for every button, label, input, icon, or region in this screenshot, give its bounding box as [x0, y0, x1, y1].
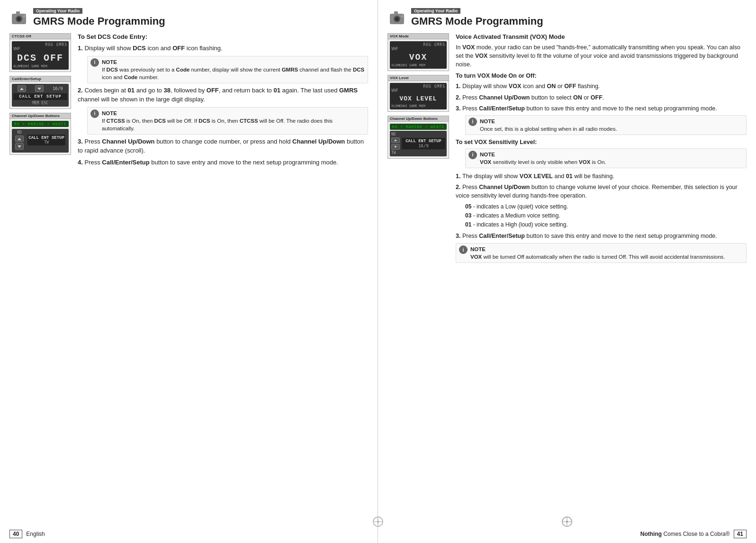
step-3: 3. Press Channel Up/Down button to chang… — [78, 137, 368, 155]
vox-step-2: 2. Press Channel Up/Down button to selec… — [456, 93, 747, 102]
right-note-2-block: i NOTE VOX sensitivity level is only vis… — [465, 148, 747, 168]
right-note-1-content: NOTE Once set, this is a global setting … — [480, 118, 617, 133]
left-page-num-box: 40 — [9, 530, 22, 538]
right-note-3-icon: i — [459, 245, 468, 254]
rdevice1-bottom: XLOMEDHI SAME MEM — [391, 63, 445, 67]
device1-bottom: ALOMEDHI SAME MEM — [13, 64, 67, 68]
step-2-num: 2. — [78, 87, 84, 94]
device-label-channel: Channel Up/Down Buttons — [10, 113, 71, 119]
device-channel-updown-right: Channel Up/Down Buttons RS + MARINE + WE… — [387, 116, 449, 159]
step-2: 2. Codes begin at 01 and go to 38, follo… — [78, 86, 368, 104]
svg-point-17 — [377, 521, 379, 523]
right-note-3-block: i NOTE VOX will be turned Off automatica… — [456, 243, 747, 263]
right-sub-title-1: To turn VOX Mode On or Off: — [456, 72, 747, 79]
note-1-content: NOTE If DCS was previously set to a Code… — [102, 58, 365, 81]
svg-point-13 — [566, 521, 568, 523]
right-sub-title-2: To set VOX Sensitivity Level: — [456, 139, 747, 145]
step-1-text: Display will show DCS icon and OFF icon … — [84, 45, 222, 52]
footer-right-text: Nothing Comes Close to a Cobra® — [640, 531, 730, 537]
step-3-num: 3. — [78, 138, 84, 145]
rdevice2-main: VOX LEVEL — [391, 93, 445, 104]
svg-point-9 — [401, 15, 403, 17]
vox-step-1: 1. Display will show VOX icon and ON or … — [456, 82, 747, 90]
right-device-images: VOX Mode ROG GMRS VHF VOX XLOMEDHI SAME … — [387, 33, 449, 267]
device-call-setup: Call/Enter/Setup 16/9 CALL E — [9, 76, 71, 109]
device-label-channel-right: Channel Up/Down Buttons — [388, 116, 449, 122]
step-2-text: Codes begin at 01 and go to 38, followed… — [78, 87, 358, 103]
device1-top: ROG GMRS — [13, 43, 67, 47]
rdevice2-top: ROG GMRS — [391, 84, 445, 89]
step-1-num: 1. — [78, 45, 84, 52]
left-footer: 40 English — [9, 530, 45, 538]
right-page-num-box: 41 — [734, 530, 747, 538]
note-1-block: i NOTE If DCS was previously set to a Co… — [87, 56, 368, 83]
left-step-title: To Set DCS Code Entry: — [78, 33, 368, 40]
right-note-1-icon: i — [468, 118, 477, 126]
svg-rect-8 — [394, 11, 398, 14]
left-content: CTCSS Off ROG GMRS VHF DCS OFF ALOMEDHI … — [9, 33, 368, 170]
device-label-vox-level: VOX Level — [388, 75, 449, 81]
device-vox-mode: VOX Mode ROG GMRS VHF VOX XLOMEDHI SAME … — [387, 33, 449, 71]
device-label-call: Call/Enter/Setup — [10, 76, 71, 82]
step-4-num: 4. — [78, 159, 84, 166]
right-note-1-block: i NOTE Once set, this is a global settin… — [465, 115, 747, 135]
rdevice1-sub: VHF — [391, 47, 445, 51]
device-vox-level: VOX Level ROG GMRS VHF VOX LEVEL XLOMEDH… — [387, 75, 449, 112]
right-header: Operating Your Radio GMRS Mode Programmi… — [387, 7, 747, 27]
sub-item-01: 01 - indicates a High (loud) voice setti… — [465, 220, 747, 229]
rdevice3-main: CALL ENT SETUP — [403, 139, 444, 144]
svg-point-7 — [395, 17, 399, 21]
rdevice2-sub: VHF — [391, 89, 445, 93]
note-1-icon: i — [90, 58, 99, 67]
step-4-text: Press Call/Enter/Setup button to save en… — [84, 159, 338, 166]
device-ctcss-off: CTCSS Off ROG GMRS VHF DCS OFF ALOMEDHI … — [9, 33, 71, 72]
step-1: 1. Display will show DCS icon and OFF ic… — [78, 44, 368, 53]
device2-bottom: MEM ESC — [13, 101, 67, 105]
left-header: Operating Your Radio GMRS Mode Programmi… — [9, 7, 368, 27]
device-label-ctcss: CTCSS Off — [10, 34, 71, 39]
compass-decoration — [561, 516, 573, 529]
note-2-block: i NOTE If CTCSS is On, then DCS will be … — [87, 107, 368, 135]
left-device-images: CTCSS Off ROG GMRS VHF DCS OFF ALOMEDHI … — [9, 33, 71, 170]
right-note-2-content: NOTE VOX sensitivity level is only visib… — [480, 151, 606, 166]
device-label-vox-mode: VOX Mode — [388, 34, 449, 39]
camera-icon-right — [387, 8, 406, 27]
rdevice1-top: ROG GMRS — [391, 43, 445, 47]
sens-step-2: 2. Press Channel Up/Down button to chang… — [456, 183, 747, 229]
step-3-text: Press Channel Up/Down button to change c… — [78, 138, 364, 154]
left-section-title: GMRS Mode Programming — [33, 15, 165, 27]
right-text-content: Voice Activated Transmit (VOX) Mode In V… — [456, 33, 747, 267]
device2-main: CALL ENT SETUP — [14, 94, 66, 99]
right-note-3-content: NOTE VOX will be turned Off automaticall… — [470, 245, 725, 261]
right-section-title: GMRS Mode Programming — [411, 15, 543, 27]
device1-main: DCS OFF — [13, 51, 67, 64]
step-4: 4. Press Call/Enter/Setup button to save… — [78, 158, 368, 167]
note-2-content: NOTE If CTCSS is On, then DCS will be Of… — [102, 109, 365, 132]
device3-channel: RS + MARINE + WEATI — [13, 122, 68, 126]
device-channel-updown: Channel Up/Down Buttons RS + MARINE + WE… — [9, 113, 71, 155]
sub-item-03: 03 - indicates a Medium voice setting. — [465, 211, 747, 220]
svg-rect-3 — [16, 11, 20, 14]
svg-point-4 — [23, 15, 25, 17]
left-lang: English — [26, 531, 45, 537]
svg-point-2 — [17, 17, 21, 21]
device2-num: 16/9 — [53, 86, 63, 91]
vox-step-3: 3. Press Call/Enter/Setup button to save… — [456, 104, 747, 113]
right-note-2-icon: i — [468, 151, 477, 159]
device1-sub: VHF — [13, 47, 67, 51]
sens-step-3: 3. Press Call/Enter/Setup button to save… — [456, 232, 747, 240]
right-main-title: Voice Activated Transmit (VOX) Mode — [456, 33, 747, 40]
left-text-content: To Set DCS Code Entry: 1. Display will s… — [78, 33, 368, 170]
rdevice1-main: VOX — [391, 51, 445, 63]
device3-main: CALL ENT SETUP — [28, 136, 64, 140]
bottom-compass — [372, 516, 384, 529]
sub-item-05: 05 - indicates a Low (quiet) voice setti… — [465, 202, 747, 211]
sens-step-1: 1. The display will show VOX LEVEL and 0… — [456, 172, 747, 181]
right-footer: Nothing Comes Close to a Cobra® 41 — [640, 530, 747, 538]
right-intro: In VOX mode, your radio can be used "han… — [456, 43, 747, 69]
rdevice2-bottom: XLOMEDHI SAME MEM — [391, 104, 445, 108]
rdevice3-num: 16/9 — [403, 144, 444, 148]
camera-icon — [9, 8, 28, 27]
right-operating-label: Operating Your Radio — [411, 8, 460, 14]
left-operating-label: Operating Your Radio — [33, 8, 82, 14]
